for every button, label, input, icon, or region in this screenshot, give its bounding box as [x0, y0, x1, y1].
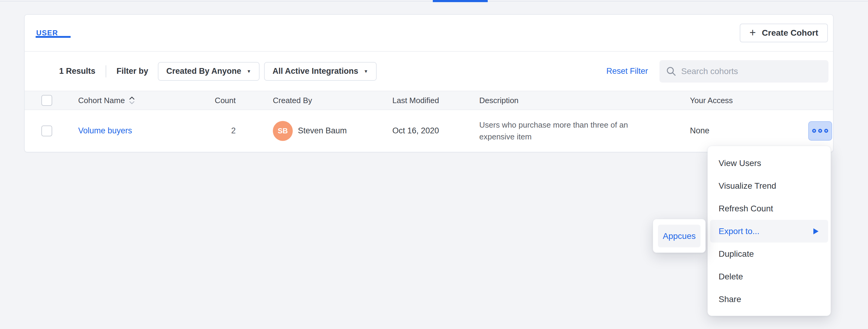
- table-row: Volume buyers 2 SB Steven Baum Oct 16, 2…: [25, 110, 833, 152]
- reset-filter-link[interactable]: Reset Filter: [606, 66, 648, 76]
- menu-item-export-to[interactable]: Export to...: [710, 220, 828, 243]
- row-more-actions-button[interactable]: [808, 121, 832, 141]
- row-created-by-cell: SB Steven Baum: [236, 121, 392, 141]
- search-box[interactable]: [659, 60, 829, 83]
- header-created-by: Created By: [236, 96, 392, 105]
- cohort-name-link[interactable]: Volume buyers: [78, 126, 132, 135]
- row-checkbox[interactable]: [41, 126, 52, 136]
- export-submenu: Appcues: [653, 219, 706, 253]
- sort-icon: [129, 96, 135, 105]
- search-icon: [666, 66, 676, 77]
- cohorts-panel: USER + Create Cohort 1 Results Filter by…: [24, 14, 834, 153]
- dot-icon: [812, 129, 816, 133]
- menu-item-duplicate[interactable]: Duplicate: [708, 243, 831, 265]
- cohort-name-header-label: Cohort Name: [78, 96, 125, 105]
- row-description-cell: Users who purchase more than three of an…: [479, 119, 690, 143]
- header-last-modified: Last Modified: [392, 96, 479, 105]
- top-tab-strip: [0, 0, 868, 1]
- integrations-dropdown[interactable]: All Active Integrations ▼: [264, 62, 377, 81]
- row-actions-cell: [808, 121, 832, 141]
- menu-item-share[interactable]: Share: [708, 288, 831, 310]
- creator-name: Steven Baum: [298, 126, 347, 135]
- table-header-row: Cohort Name Count Created By Last Modifi…: [25, 91, 833, 110]
- dot-icon: [824, 129, 828, 133]
- menu-item-refresh-count[interactable]: Refresh Count: [708, 197, 831, 220]
- caret-down-icon: ▼: [364, 68, 368, 74]
- created-by-dropdown-label: Created By Anyone: [166, 66, 241, 76]
- row-name-cell: Volume buyers: [78, 126, 206, 135]
- select-all-checkbox[interactable]: [41, 95, 52, 106]
- filter-bar: 1 Results Filter by Created By Anyone ▼ …: [25, 52, 833, 91]
- tab-user-label: USER: [36, 29, 58, 37]
- divider: [105, 65, 106, 77]
- created-by-dropdown[interactable]: Created By Anyone ▼: [158, 62, 259, 81]
- menu-item-export-to-label: Export to...: [719, 226, 760, 236]
- caret-down-icon: ▼: [247, 68, 251, 74]
- dot-icon: [818, 129, 822, 133]
- row-count-cell: 2: [206, 126, 236, 135]
- avatar: SB: [273, 121, 293, 141]
- header-cohort-name: Cohort Name: [78, 96, 206, 105]
- submenu-item-appcues[interactable]: Appcues: [658, 225, 701, 247]
- tab-user[interactable]: USER: [36, 29, 58, 37]
- header-your-access: Your Access: [690, 96, 808, 105]
- create-cohort-label: Create Cohort: [762, 28, 818, 38]
- submenu-arrow-icon: [813, 228, 818, 235]
- header-checkbox-cell: [41, 95, 78, 106]
- row-last-modified-cell: Oct 16, 2020: [392, 126, 479, 135]
- row-checkbox-cell: [41, 126, 78, 136]
- active-tab-indicator: [433, 0, 488, 2]
- menu-item-visualize-trend[interactable]: Visualize Trend: [708, 174, 831, 197]
- create-cohort-button[interactable]: + Create Cohort: [740, 24, 828, 42]
- row-context-menu: View Users Visualize Trend Refresh Count…: [707, 146, 831, 316]
- header-description: Description: [479, 96, 690, 105]
- row-access-cell: None: [690, 126, 808, 135]
- search-input[interactable]: [681, 66, 822, 76]
- results-count: 1 Results: [59, 66, 95, 76]
- description-text: Users who purchase more than three of an…: [479, 119, 660, 143]
- menu-item-view-users[interactable]: View Users: [708, 152, 831, 174]
- integrations-dropdown-label: All Active Integrations: [273, 66, 358, 76]
- header-count: Count: [206, 96, 236, 105]
- cohort-name-sort-control[interactable]: Cohort Name: [78, 96, 135, 105]
- menu-item-delete[interactable]: Delete: [708, 265, 831, 288]
- tab-user-underline: [36, 36, 71, 38]
- plus-icon: +: [749, 27, 756, 38]
- panel-tab-bar: USER + Create Cohort: [25, 15, 833, 52]
- filter-by-label: Filter by: [117, 66, 148, 76]
